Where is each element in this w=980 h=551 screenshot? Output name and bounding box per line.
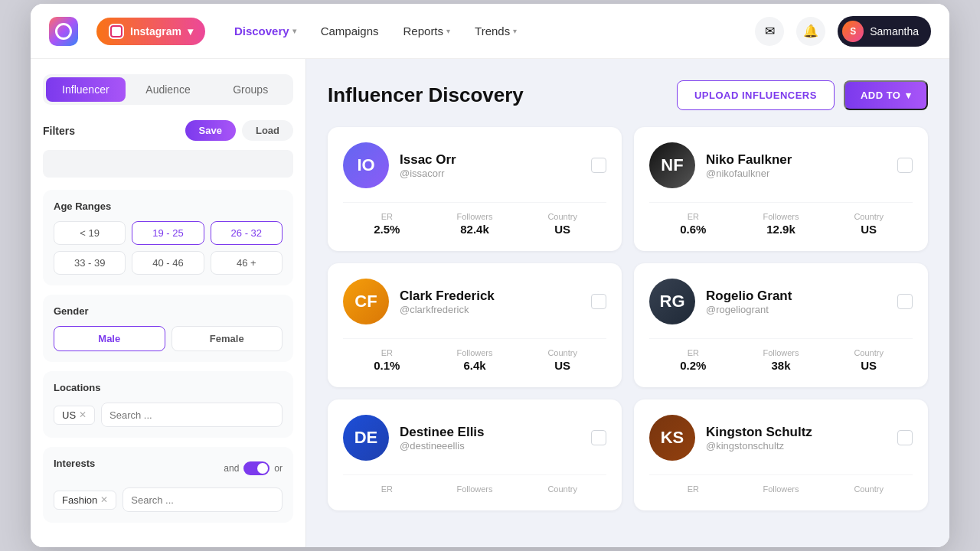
gender-male[interactable]: Male	[54, 326, 165, 351]
er-value: 0.2%	[649, 359, 737, 372]
influencer-card: DE Destinee Ellis @destineeellis ER Foll…	[328, 399, 622, 510]
locations-section: Locations US ✕	[43, 371, 293, 438]
influencer-checkbox[interactable]	[591, 294, 606, 309]
nav-campaigns[interactable]: Campaigns	[310, 18, 390, 44]
age-lt19[interactable]: < 19	[54, 221, 126, 245]
influencer-checkbox[interactable]	[897, 158, 913, 173]
addto-chevron-icon: ▾	[906, 90, 912, 101]
er-label: ER	[343, 484, 431, 494]
tab-groups[interactable]: Groups	[211, 77, 290, 102]
card-stats: ER 2.5% Followers 82.4k Country US	[343, 202, 606, 236]
interests-toggle[interactable]	[243, 461, 270, 475]
followers-value: 38k	[737, 359, 825, 372]
stat-er: ER 0.2%	[649, 348, 737, 372]
influencer-name: Niko Faulkner	[706, 152, 887, 168]
load-button[interactable]: Load	[242, 120, 293, 141]
er-label: ER	[649, 348, 737, 357]
age-26-32[interactable]: 26 - 32	[211, 221, 283, 245]
stat-followers: Followers	[737, 484, 825, 495]
influencer-checkbox[interactable]	[897, 430, 913, 445]
stat-er: ER 0.1%	[343, 348, 431, 372]
addto-button[interactable]: ADD TO ▾	[844, 80, 928, 110]
card-info: Rogelio Grant @rogeliogrant	[706, 289, 887, 315]
er-label: ER	[343, 212, 431, 221]
gender-female[interactable]: Female	[172, 326, 283, 351]
influencer-name: Clark Frederick	[400, 289, 580, 304]
interests-row: Fashion ✕	[54, 487, 283, 512]
card-info: Kingston Schultz @kingstonschultz	[706, 425, 887, 452]
interests-search-input[interactable]	[122, 487, 283, 512]
stat-followers: Followers 38k	[737, 348, 825, 372]
influencer-avatar: IO	[343, 142, 389, 188]
er-label: ER	[343, 348, 431, 357]
age-19-25[interactable]: 19 - 25	[132, 221, 204, 245]
age-ranges-section: Age Ranges < 19 19 - 25 26 - 32 33 - 39 …	[43, 190, 293, 285]
location-search-input[interactable]	[101, 403, 283, 427]
filters-label: Filters	[43, 125, 75, 137]
user-name: Samantha	[870, 25, 919, 37]
remove-fashion-tag[interactable]: ✕	[100, 494, 108, 505]
influencer-handle: @rogeliogrant	[706, 304, 887, 315]
age-ranges-title: Age Ranges	[54, 201, 283, 212]
influencer-card: NF Niko Faulkner @nikofaulkner ER 0.6% F…	[634, 127, 928, 251]
nav-discovery[interactable]: Discovery ▾	[224, 18, 307, 44]
country-value: US	[825, 359, 913, 372]
bell-button[interactable]: 🔔	[796, 17, 825, 46]
location-row: US ✕	[54, 403, 283, 427]
age-46plus[interactable]: 46 +	[211, 251, 283, 275]
tab-audience[interactable]: Audience	[129, 77, 208, 102]
influencer-avatar: RG	[649, 279, 695, 324]
card-stats: ER Followers Country	[343, 474, 606, 495]
platform-chevron: ▾	[188, 25, 193, 37]
card-top: RG Rogelio Grant @rogeliogrant	[649, 279, 913, 324]
stat-country: Country US	[825, 212, 913, 236]
locations-title: Locations	[54, 382, 283, 393]
avatar: S	[842, 21, 864, 42]
age-40-46[interactable]: 40 - 46	[132, 251, 204, 275]
stat-country: Country	[825, 484, 913, 495]
stat-country: Country US	[518, 348, 606, 372]
followers-value: 82.4k	[431, 223, 519, 236]
platform-selector[interactable]: Instagram ▾	[96, 18, 205, 45]
gender-section: Gender Male Female	[43, 295, 293, 362]
age-33-39[interactable]: 33 - 39	[54, 251, 126, 275]
stat-followers: Followers	[431, 484, 519, 495]
save-button[interactable]: Save	[185, 120, 236, 141]
followers-label: Followers	[737, 484, 825, 494]
influencer-checkbox[interactable]	[591, 158, 606, 173]
nav-trends[interactable]: Trends ▾	[464, 18, 528, 44]
influencer-checkbox[interactable]	[591, 430, 606, 445]
remove-us-tag[interactable]: ✕	[79, 409, 87, 420]
card-info: Niko Faulkner @nikofaulkner	[706, 152, 887, 179]
card-stats: ER 0.1% Followers 6.4k Country US	[343, 338, 606, 372]
followers-label: Followers	[737, 348, 825, 357]
stat-followers: Followers 6.4k	[431, 348, 519, 372]
influencer-name: Issac Orr	[400, 152, 580, 168]
nav-reports[interactable]: Reports ▾	[393, 18, 462, 44]
interests-header: Interests and or	[54, 458, 283, 478]
er-label: ER	[649, 212, 737, 221]
bell-icon: 🔔	[803, 24, 818, 38]
tab-influencer[interactable]: Influencer	[46, 77, 126, 102]
trends-chevron: ▾	[513, 27, 517, 35]
reports-chevron: ▾	[446, 27, 450, 35]
mail-icon: ✉	[765, 24, 775, 38]
content-area: Influencer Discovery UPLOAD INFLUENCERS …	[306, 59, 949, 547]
user-menu[interactable]: S Samantha	[838, 16, 931, 47]
influencer-checkbox[interactable]	[897, 294, 913, 309]
influencer-handle: @issacorr	[400, 168, 580, 179]
stat-er: ER 2.5%	[343, 212, 431, 236]
gender-row: Male Female	[54, 326, 283, 351]
card-top: DE Destinee Ellis @destineeellis	[343, 415, 606, 461]
influencer-name: Destinee Ellis	[400, 425, 580, 440]
followers-value: 6.4k	[431, 359, 519, 372]
mail-button[interactable]: ✉	[755, 17, 784, 46]
upload-influencers-button[interactable]: UPLOAD INFLUENCERS	[677, 80, 835, 110]
country-label: Country	[518, 348, 606, 357]
discovery-chevron: ▾	[292, 27, 296, 35]
followers-value: 12.9k	[737, 223, 825, 236]
influencer-card: IO Issac Orr @issacorr ER 2.5% Followers…	[328, 127, 622, 251]
filter-search-bar[interactable]	[43, 150, 293, 178]
followers-label: Followers	[737, 212, 825, 221]
influencer-name: Rogelio Grant	[706, 289, 887, 304]
